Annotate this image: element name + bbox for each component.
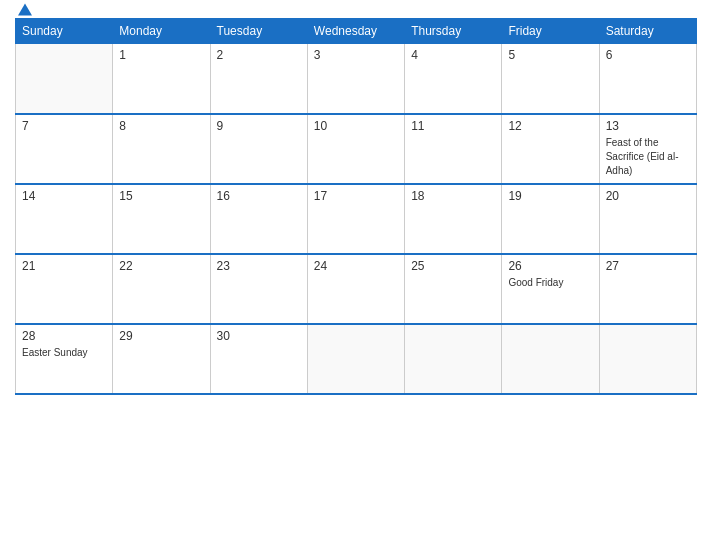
calendar-cell: 10 [307,114,404,184]
calendar-cell: 11 [405,114,502,184]
calendar-cell [599,324,696,394]
calendar-cell: 13Feast of the Sacrifice (Eid al-Adha) [599,114,696,184]
calendar-cell: 27 [599,254,696,324]
day-number: 7 [22,119,106,133]
event-text: Easter Sunday [22,347,88,358]
calendar-week-4: 212223242526Good Friday27 [16,254,697,324]
day-number: 11 [411,119,495,133]
calendar-week-3: 14151617181920 [16,184,697,254]
day-number: 2 [217,48,301,62]
day-number: 30 [217,329,301,343]
calendar-cell: 2 [210,44,307,114]
day-number: 8 [119,119,203,133]
day-number: 17 [314,189,398,203]
day-header-sunday: Sunday [16,19,113,44]
day-number: 10 [314,119,398,133]
day-header-wednesday: Wednesday [307,19,404,44]
logo [15,4,32,17]
day-number: 21 [22,259,106,273]
calendar-cell: 25 [405,254,502,324]
day-number: 18 [411,189,495,203]
day-number: 15 [119,189,203,203]
day-number: 13 [606,119,690,133]
calendar-cell: 24 [307,254,404,324]
day-number: 14 [22,189,106,203]
calendar-cell: 22 [113,254,210,324]
event-text: Feast of the Sacrifice (Eid al-Adha) [606,137,679,176]
calendar-cell: 15 [113,184,210,254]
day-number: 28 [22,329,106,343]
calendar-cell [307,324,404,394]
calendar-cell: 3 [307,44,404,114]
logo-blue-text [15,4,32,17]
day-number: 29 [119,329,203,343]
calendar-week-2: 78910111213Feast of the Sacrifice (Eid a… [16,114,697,184]
calendar-cell: 8 [113,114,210,184]
day-header-tuesday: Tuesday [210,19,307,44]
day-number: 23 [217,259,301,273]
day-number: 6 [606,48,690,62]
calendar-cell: 14 [16,184,113,254]
logo-triangle-icon [18,4,32,16]
calendar-cell: 21 [16,254,113,324]
calendar-cell: 26Good Friday [502,254,599,324]
calendar-cell: 5 [502,44,599,114]
calendar-week-5: 28Easter Sunday2930 [16,324,697,394]
calendar-header-row: SundayMondayTuesdayWednesdayThursdayFrid… [16,19,697,44]
day-number: 22 [119,259,203,273]
day-number: 27 [606,259,690,273]
calendar-body: 12345678910111213Feast of the Sacrifice … [16,44,697,394]
calendar-cell: 30 [210,324,307,394]
calendar-cell: 6 [599,44,696,114]
day-number: 1 [119,48,203,62]
day-number: 19 [508,189,592,203]
day-number: 26 [508,259,592,273]
calendar-cell: 9 [210,114,307,184]
day-number: 5 [508,48,592,62]
calendar-cell [502,324,599,394]
event-text: Good Friday [508,277,563,288]
day-number: 4 [411,48,495,62]
day-number: 20 [606,189,690,203]
day-number: 9 [217,119,301,133]
calendar-cell: 23 [210,254,307,324]
calendar-cell: 12 [502,114,599,184]
calendar-cell: 19 [502,184,599,254]
calendar-cell: 29 [113,324,210,394]
day-number: 3 [314,48,398,62]
calendar-cell: 16 [210,184,307,254]
calendar-cell: 18 [405,184,502,254]
calendar-cell: 20 [599,184,696,254]
calendar-cell: 28Easter Sunday [16,324,113,394]
day-header-monday: Monday [113,19,210,44]
calendar-container: SundayMondayTuesdayWednesdayThursdayFrid… [0,0,712,550]
calendar-table: SundayMondayTuesdayWednesdayThursdayFrid… [15,18,697,395]
calendar-cell: 17 [307,184,404,254]
calendar-cell [405,324,502,394]
calendar-cell: 1 [113,44,210,114]
day-number: 12 [508,119,592,133]
day-header-saturday: Saturday [599,19,696,44]
day-header-friday: Friday [502,19,599,44]
day-number: 16 [217,189,301,203]
calendar-cell: 4 [405,44,502,114]
day-number: 24 [314,259,398,273]
calendar-week-1: 123456 [16,44,697,114]
calendar-cell: 7 [16,114,113,184]
calendar-cell [16,44,113,114]
day-number: 25 [411,259,495,273]
day-header-thursday: Thursday [405,19,502,44]
